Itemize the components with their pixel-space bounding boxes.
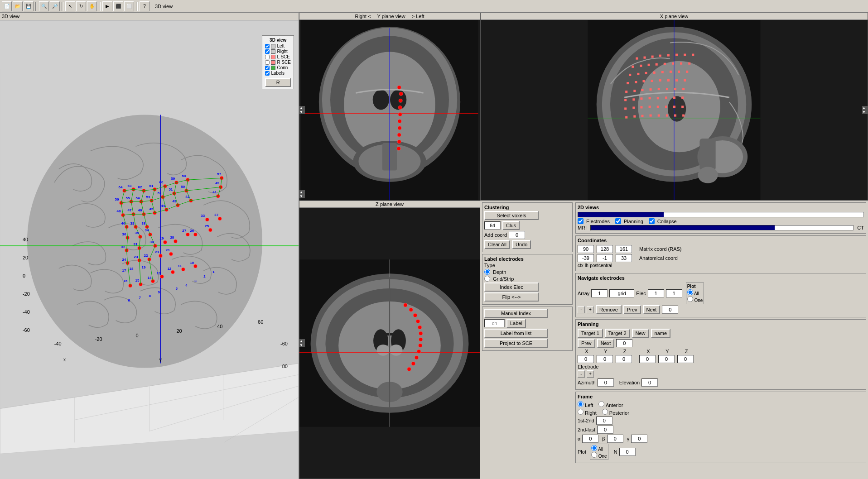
y-plane-viewport[interactable]: ▲▼ ▲▼ bbox=[299, 20, 480, 200]
nav-plus-btn[interactable]: + bbox=[587, 306, 594, 313]
brain-3d-viewport[interactable]: 64 63 62 61 60 59 58 57 56 55 54 53 52 5… bbox=[0, 22, 299, 479]
new-planning-btn[interactable]: New bbox=[632, 329, 649, 338]
array-input[interactable] bbox=[591, 289, 608, 297]
t1-z-input[interactable] bbox=[616, 355, 632, 363]
manual-row1: Manual Index bbox=[484, 309, 570, 318]
new-btn[interactable]: 📄 bbox=[2, 1, 12, 11]
plan-minus-btn[interactable]: - bbox=[578, 370, 585, 378]
legend-left-check[interactable] bbox=[265, 44, 270, 48]
clus-btn[interactable]: Clus bbox=[502, 221, 520, 230]
clustering-section: Clustering Select voxels Clus Add coord bbox=[482, 202, 573, 252]
open-btn[interactable]: 📂 bbox=[13, 1, 23, 11]
legend-right-check[interactable] bbox=[265, 49, 270, 54]
coord-b[interactable] bbox=[597, 254, 613, 262]
legend-labels-check[interactable] bbox=[265, 71, 270, 76]
nav-value[interactable] bbox=[662, 306, 678, 314]
tool2-btn[interactable]: ⬛ bbox=[113, 1, 123, 11]
first-second-input[interactable] bbox=[596, 417, 612, 425]
second-last-input[interactable] bbox=[597, 426, 613, 434]
tool1-btn[interactable]: ▶ bbox=[102, 1, 112, 11]
next-plan-btn[interactable]: Next bbox=[597, 339, 615, 348]
coord-c[interactable] bbox=[616, 254, 632, 262]
x-plane-viewport[interactable]: ▲▼ bbox=[481, 20, 868, 200]
left-frame-radio[interactable] bbox=[578, 401, 583, 407]
navigate-all-radio[interactable] bbox=[687, 289, 693, 295]
zoom-out-btn[interactable]: 🔎 bbox=[50, 1, 60, 11]
next-nav-btn[interactable]: Next bbox=[643, 305, 661, 314]
azimuth-input[interactable] bbox=[598, 378, 614, 387]
electrodes-check[interactable] bbox=[578, 218, 583, 224]
undo-btn[interactable]: Undo bbox=[512, 240, 531, 249]
elec-input1[interactable] bbox=[648, 289, 664, 297]
tool3-btn[interactable]: ⬜ bbox=[124, 1, 134, 11]
mri-slider[interactable] bbox=[590, 225, 854, 230]
prev-plan-btn[interactable]: Prev bbox=[578, 339, 595, 348]
navigate-one-radio[interactable] bbox=[687, 296, 693, 302]
remove-btn[interactable]: Remove bbox=[596, 305, 622, 314]
alpha-input[interactable] bbox=[582, 435, 598, 443]
planning-check[interactable] bbox=[615, 218, 621, 224]
name-btn[interactable]: name bbox=[651, 329, 671, 338]
manual-index-btn[interactable]: Manual Index bbox=[484, 309, 548, 318]
svg-rect-255 bbox=[642, 80, 645, 82]
cursor-btn[interactable]: ↖ bbox=[65, 1, 75, 11]
coord-y[interactable] bbox=[597, 245, 613, 253]
t1-y-input[interactable] bbox=[597, 355, 613, 363]
alpha-label: α bbox=[578, 436, 580, 441]
t1-x-input[interactable] bbox=[578, 355, 594, 363]
coord-z[interactable] bbox=[616, 245, 632, 253]
y-scroll-bottom[interactable]: ▲▼ bbox=[299, 190, 305, 198]
grid-input[interactable] bbox=[609, 289, 634, 297]
label-manual-btn[interactable]: Label bbox=[506, 319, 526, 328]
ch-input[interactable] bbox=[484, 319, 505, 327]
index-elec-btn[interactable]: Index Elec bbox=[484, 283, 539, 292]
t2-z-input[interactable] bbox=[677, 355, 694, 363]
label-from-list-btn[interactable]: Label from list bbox=[484, 329, 548, 338]
coord-a[interactable] bbox=[578, 254, 594, 262]
anterior-frame-radio[interactable] bbox=[598, 401, 604, 407]
t2-x-input[interactable] bbox=[639, 355, 656, 363]
rotate-btn[interactable]: ↻ bbox=[76, 1, 86, 11]
target1-btn[interactable]: Target 1 bbox=[578, 329, 603, 338]
flip-btn[interactable]: Flip <--> bbox=[484, 292, 539, 302]
clustering-field[interactable] bbox=[484, 221, 501, 230]
beta-input[interactable] bbox=[607, 435, 623, 443]
twod-slider[interactable] bbox=[578, 212, 864, 217]
right-frame-radio[interactable] bbox=[578, 409, 583, 415]
select-voxels-btn[interactable]: Select voxels bbox=[484, 211, 539, 220]
navigate-row1: Array Elec Plot All bbox=[578, 283, 864, 304]
z-scroll-arrow[interactable]: ▲▼ bbox=[299, 339, 305, 347]
t2-y-input[interactable] bbox=[658, 355, 675, 363]
plan-plus-btn[interactable]: + bbox=[587, 370, 594, 378]
help-btn[interactable]: ? bbox=[140, 1, 149, 11]
n-input[interactable] bbox=[619, 448, 636, 456]
elevation-input[interactable] bbox=[641, 378, 658, 387]
save-btn[interactable]: 💾 bbox=[24, 1, 34, 11]
coord-x[interactable] bbox=[578, 245, 594, 253]
legend-lsce-check[interactable] bbox=[265, 55, 270, 59]
svg-text:14: 14 bbox=[148, 276, 152, 280]
frame-all-radio[interactable] bbox=[591, 445, 597, 451]
legend-rsce-check[interactable] bbox=[265, 60, 270, 65]
gamma-input[interactable] bbox=[631, 435, 647, 443]
legend-conn-check[interactable] bbox=[265, 66, 270, 70]
posterior-frame-radio[interactable] bbox=[602, 409, 608, 415]
elec-input2[interactable] bbox=[666, 289, 682, 297]
legend-r-button[interactable]: R bbox=[265, 78, 291, 87]
add-coord-input[interactable] bbox=[509, 231, 525, 239]
depth-radio[interactable] bbox=[484, 269, 490, 275]
plan-nav-val[interactable] bbox=[616, 339, 632, 347]
nav-minus-btn[interactable]: - bbox=[578, 306, 585, 313]
pan-btn[interactable]: ✋ bbox=[87, 1, 97, 11]
collapse-check[interactable] bbox=[649, 218, 655, 224]
prev-nav-btn[interactable]: Prev bbox=[623, 305, 641, 314]
z-plane-viewport[interactable]: ▲▼ bbox=[299, 208, 480, 479]
target2-btn[interactable]: Target 2 bbox=[605, 329, 630, 338]
frame-one-radio[interactable] bbox=[591, 452, 597, 458]
grid-strip-radio[interactable] bbox=[484, 276, 490, 282]
x-scroll-arrow[interactable]: ▲▼ bbox=[862, 106, 868, 114]
clear-all-btn[interactable]: Clear All bbox=[484, 240, 510, 249]
zoom-in-btn[interactable]: 🔍 bbox=[39, 1, 49, 11]
y-scroll-arrow[interactable]: ▲▼ bbox=[299, 106, 305, 114]
project-to-sce-btn[interactable]: Project to SCE bbox=[484, 339, 548, 348]
